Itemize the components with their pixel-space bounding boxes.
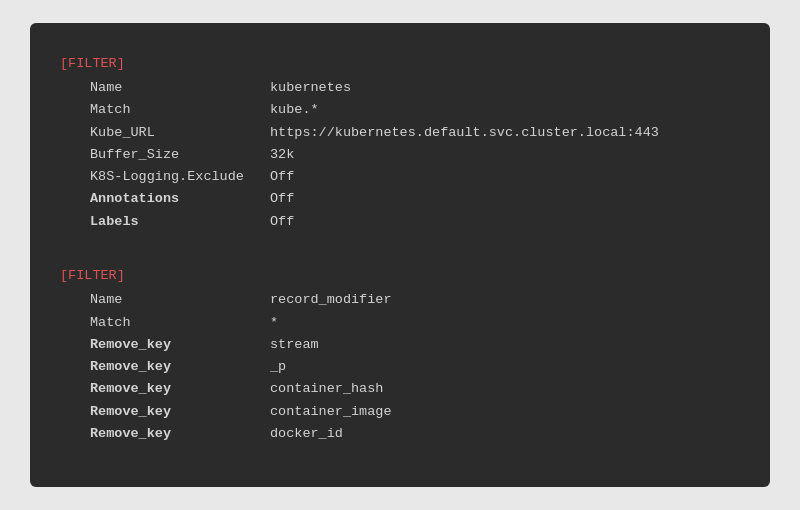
config-key-1-0: Name <box>90 289 270 311</box>
config-value-0-3: 32k <box>270 144 294 166</box>
config-key-1-2: Remove_key <box>90 334 270 356</box>
config-value-1-1: * <box>270 312 278 334</box>
config-key-0-1: Match <box>90 99 270 121</box>
config-value-1-4: container_hash <box>270 378 383 400</box>
config-block-0: [FILTER]NamekubernetesMatchkube.*Kube_UR… <box>60 53 740 233</box>
config-value-1-0: record_modifier <box>270 289 392 311</box>
config-row-0-4: K8S-Logging.ExcludeOff <box>60 166 740 188</box>
config-key-0-4: K8S-Logging.Exclude <box>90 166 270 188</box>
config-row-1-4: Remove_keycontainer_hash <box>60 378 740 400</box>
config-value-0-1: kube.* <box>270 99 319 121</box>
config-row-1-5: Remove_keycontainer_image <box>60 401 740 423</box>
config-row-1-2: Remove_keystream <box>60 334 740 356</box>
config-value-0-4: Off <box>270 166 294 188</box>
config-key-1-4: Remove_key <box>90 378 270 400</box>
config-value-1-2: stream <box>270 334 319 356</box>
config-key-0-3: Buffer_Size <box>90 144 270 166</box>
config-row-0-1: Matchkube.* <box>60 99 740 121</box>
config-row-1-6: Remove_keydocker_id <box>60 423 740 445</box>
config-key-1-1: Match <box>90 312 270 334</box>
config-value-1-5: container_image <box>270 401 392 423</box>
block-spacer <box>60 251 740 265</box>
code-container: [FILTER]NamekubernetesMatchkube.*Kube_UR… <box>30 23 770 487</box>
config-value-0-2: https://kubernetes.default.svc.cluster.l… <box>270 122 659 144</box>
config-key-0-5: Annotations <box>90 188 270 210</box>
config-key-1-6: Remove_key <box>90 423 270 445</box>
config-row-0-0: Namekubernetes <box>60 77 740 99</box>
config-row-1-1: Match* <box>60 312 740 334</box>
config-value-1-3: _p <box>270 356 286 378</box>
config-row-1-3: Remove_key_p <box>60 356 740 378</box>
config-key-0-6: Labels <box>90 211 270 233</box>
config-key-1-3: Remove_key <box>90 356 270 378</box>
section-header-1: [FILTER] <box>60 265 740 287</box>
config-key-0-0: Name <box>90 77 270 99</box>
config-row-0-3: Buffer_Size32k <box>60 144 740 166</box>
config-value-0-6: Off <box>270 211 294 233</box>
config-row-0-6: LabelsOff <box>60 211 740 233</box>
config-row-1-0: Namerecord_modifier <box>60 289 740 311</box>
config-key-1-5: Remove_key <box>90 401 270 423</box>
config-block-1: [FILTER]Namerecord_modifierMatch*Remove_… <box>60 265 740 445</box>
config-value-0-5: Off <box>270 188 294 210</box>
config-row-0-5: AnnotationsOff <box>60 188 740 210</box>
config-key-0-2: Kube_URL <box>90 122 270 144</box>
config-value-0-0: kubernetes <box>270 77 351 99</box>
config-value-1-6: docker_id <box>270 423 343 445</box>
section-header-0: [FILTER] <box>60 53 740 75</box>
config-row-0-2: Kube_URLhttps://kubernetes.default.svc.c… <box>60 122 740 144</box>
